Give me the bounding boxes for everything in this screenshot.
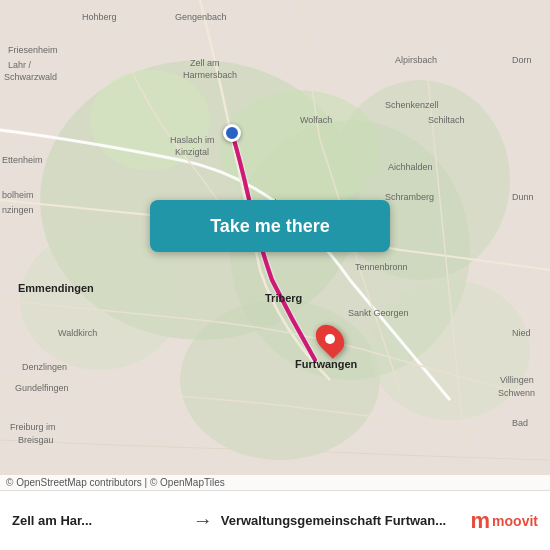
attribution-text: © OpenStreetMap contributors | © OpenMap… [6,477,225,488]
take-me-there-button[interactable]: Take me there [150,200,390,252]
bottom-bar: Zell am Har... → Verwaltungsgemeinschaft… [0,490,550,550]
map-attribution: © OpenStreetMap contributors | © OpenMap… [0,475,550,490]
end-marker [318,323,342,355]
moovit-icon: m [471,510,491,532]
moovit-logo: m moovit [471,510,538,532]
map-container: Hohberg Gengenbach Friesenheim Lahr / Sc… [0,0,550,490]
arrow-icon: → [193,509,213,532]
to-location: Verwaltungsgemeinschaft Furtwan... [221,513,463,528]
start-marker [223,124,241,142]
svg-point-5 [180,300,380,460]
from-location: Zell am Har... [12,513,185,528]
moovit-text: moovit [492,513,538,529]
